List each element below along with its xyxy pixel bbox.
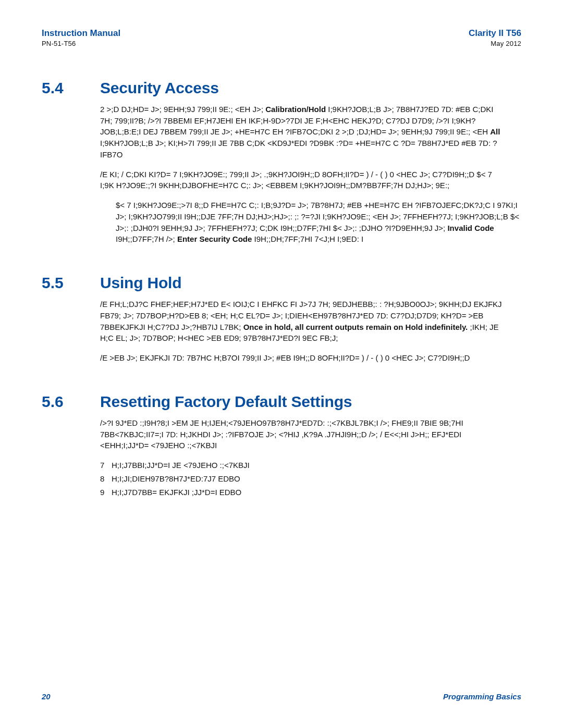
page-number: 20: [42, 692, 51, 701]
text-run: /E KI; / C;DKI KI?D= 7 I;9KH?JO9E:; 799;…: [100, 170, 492, 190]
section-title: Resetting Factory Default Settings: [100, 393, 521, 410]
body-paragraph: /E FH;L;DJ?C FHEF;HEF;H7J*ED E< IOIJ;C I…: [100, 299, 507, 344]
text-run: I;9KH?JOB;L;B J>; KI;H>7I 799;II JE 7BB …: [100, 139, 497, 159]
section-title: Security Access: [100, 79, 521, 96]
inline-bold: Calibration/Hold: [265, 105, 326, 114]
inline-bold: All: [490, 127, 500, 136]
list-marker: 8: [100, 473, 112, 485]
page-footer: 20 Programming Basics: [42, 692, 521, 701]
section-using-hold: 5.5 Using Hold /E FH;L;DJ?C FHEF;HEF;H7J…: [42, 274, 521, 372]
text-run: I9H;;DH;7FF;7HI 7<J;H I;9ED: I: [254, 235, 364, 243]
inline-bold: Invalid Code: [447, 224, 494, 232]
indented-paragraph: $< 7 I;9KH?JO9E:;>7I 8;;D FHE=H7C C;: I;…: [100, 200, 521, 245]
body-paragraph: /E >EB J>; EKJFKJI 7D: 7B7HC H;B7OI 799;…: [100, 352, 507, 364]
list-item: 9 H;I;J7D7BB= EKJFKJI ;JJ*D=I EDBO: [100, 487, 507, 498]
text-run: 2 >;D DJ;HD= J>; 9EHH;9J 799;II 9E:; <EH…: [100, 105, 265, 114]
doc-pn: PN-51-T56: [42, 40, 120, 48]
doc-date: May 2012: [469, 40, 521, 48]
text-run: I9H;;D7FF;7H />;: [116, 235, 177, 243]
list-marker: 9: [100, 487, 112, 498]
inline-bold: Once in hold, all current outputs remain…: [243, 323, 468, 331]
header-left: Instruction Manual PN-51-T56: [42, 28, 120, 48]
text-run: />?I 9J*ED :;I9H?8;I >EM JE H;IJEH;<79JE…: [100, 418, 463, 450]
product-title: Clarity II T56: [469, 28, 521, 39]
list-item: 7 H;I;J7BBI;JJ*D=I JE <79JEHO :;<7KBJI: [100, 460, 507, 471]
list-text: H;I;J7BBI;JJ*D=I JE <79JEHO :;<7KBJI: [112, 460, 507, 471]
list-item: 8 H;I;JI;DIEH97B?8H7J*ED:7J7 EDBO: [100, 473, 507, 485]
section-body: Security Access 2 >;D DJ;HD= J>; 9EHH;9J…: [100, 79, 521, 253]
body-paragraph: />?I 9J*ED :;I9H?8;I >EM JE H;IJEH;<79JE…: [100, 417, 507, 451]
list-text: H;I;J7D7BB= EKJFKJI ;JJ*D=I EDBO: [112, 487, 507, 498]
body-paragraph: /E KI; / C;DKI KI?D= 7 I;9KH?JO9E:; 799;…: [100, 169, 507, 192]
ordered-list: 7 H;I;J7BBI;JJ*D=I JE <79JEHO :;<7KBJI 8…: [100, 460, 507, 498]
header-right: Clarity II T56 May 2012: [469, 28, 521, 48]
section-reset-defaults: 5.6 Resetting Factory Default Settings /…: [42, 393, 521, 507]
section-body: Using Hold /E FH;L;DJ?C FHEF;HEF;H7J*ED …: [100, 274, 521, 372]
list-marker: 7: [100, 460, 112, 471]
section-number: 5.6: [42, 393, 100, 507]
footer-label: Programming Basics: [443, 692, 521, 701]
section-body: Resetting Factory Default Settings />?I …: [100, 393, 521, 507]
page-header: Instruction Manual PN-51-T56 Clarity II …: [42, 28, 521, 48]
inline-bold: Enter Security Code: [177, 235, 252, 243]
section-title: Using Hold: [100, 274, 521, 291]
doc-title: Instruction Manual: [42, 28, 120, 39]
body-paragraph: 2 >;D DJ;HD= J>; 9EHH;9J 799;II 9E:; <EH…: [100, 104, 507, 161]
section-security-access: 5.4 Security Access 2 >;D DJ;HD= J>; 9EH…: [42, 79, 521, 253]
list-text: H;I;JI;DIEH97B?8H7J*ED:7J7 EDBO: [112, 473, 507, 485]
text-run: /E >EB J>; EKJFKJI 7D: 7B7HC H;B7OI 799;…: [100, 353, 470, 362]
section-number: 5.4: [42, 79, 100, 253]
section-number: 5.5: [42, 274, 100, 372]
document-page: Instruction Manual PN-51-T56 Clarity II …: [0, 0, 563, 728]
